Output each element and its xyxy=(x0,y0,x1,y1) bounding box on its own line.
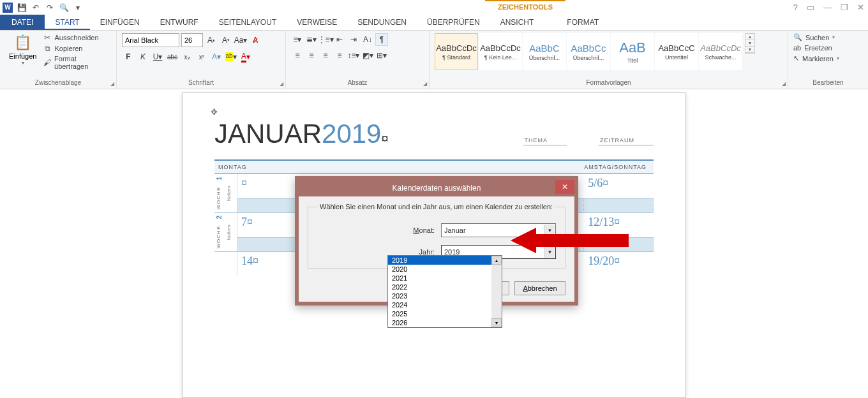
align-left-icon[interactable]: ≡ xyxy=(291,49,304,62)
paste-button[interactable]: 📋 Einfügen ▾ xyxy=(5,33,40,67)
select-button[interactable]: ↖Markieren▾ xyxy=(793,54,863,63)
svg-marker-0 xyxy=(511,228,629,253)
dialog-close-button[interactable]: ✕ xyxy=(555,180,574,194)
print-preview-icon[interactable]: 🔍 xyxy=(59,3,69,13)
font-size-select[interactable] xyxy=(181,33,203,47)
style-item[interactable]: AaBbCcCUntertitel xyxy=(655,33,698,70)
year-option[interactable]: 2025 xyxy=(388,309,502,318)
numbering-icon[interactable]: ≣▾ xyxy=(305,33,318,46)
tab-layout[interactable]: SEITENLAYOUT xyxy=(209,15,287,30)
ribbon: 📋 Einfügen ▾ ✂Ausschneiden ⧉Kopieren 🖌Fo… xyxy=(0,31,868,89)
qat-customize-icon[interactable]: ▾ xyxy=(73,3,83,13)
sort-icon[interactable]: A↓ xyxy=(361,33,374,46)
scroll-up-icon[interactable]: ▴ xyxy=(491,256,502,265)
clipboard-icon: 📋 xyxy=(14,34,31,51)
tab-file[interactable]: DATEI xyxy=(0,15,45,30)
find-button[interactable]: 🔍Suchen▾ xyxy=(793,33,863,41)
redo-icon[interactable]: ↷ xyxy=(45,3,55,13)
font-color-icon[interactable]: A▾ xyxy=(239,50,252,63)
style-item[interactable]: AaBbCcDc¶ Kein Lee... xyxy=(479,33,522,70)
style-item[interactable]: AaBTitel xyxy=(611,33,654,70)
style-item[interactable]: AaBbCcÜberschrif... xyxy=(567,33,610,70)
shrink-font-icon[interactable]: A▾ xyxy=(220,34,232,47)
justify-icon[interactable]: ≡ xyxy=(333,49,346,62)
tab-insert[interactable]: EINFÜGEN xyxy=(90,15,150,30)
chevron-down-icon: ▾ xyxy=(22,60,24,66)
ribbon-options-icon[interactable]: ▭ xyxy=(807,3,814,12)
clear-formatting-icon[interactable]: A̷ xyxy=(249,34,262,47)
tab-view[interactable]: ANSICHT xyxy=(490,15,544,30)
align-right-icon[interactable]: ≡ xyxy=(319,49,332,62)
ribbon-tabs: DATEI START EINFÜGEN ENTWURF SEITENLAYOU… xyxy=(0,15,868,31)
subscript-button[interactable]: x₂ xyxy=(181,50,193,63)
grow-font-icon[interactable]: A▴ xyxy=(205,34,218,47)
bullets-icon[interactable]: ≡▾ xyxy=(291,33,304,46)
year-option[interactable]: 2026 xyxy=(388,318,502,327)
copy-icon: ⧉ xyxy=(43,44,52,53)
calendar-title[interactable]: JANUAR2019¤ xyxy=(214,119,389,149)
text-effects-icon[interactable]: A▾ xyxy=(210,50,223,63)
shading-icon[interactable]: ◩▾ xyxy=(361,49,374,62)
dialog-title-bar[interactable]: Kalenderdaten auswählen ✕ xyxy=(299,180,574,196)
copy-button[interactable]: ⧉Kopieren xyxy=(43,44,111,53)
style-item[interactable]: AaBbCÜberschrif... xyxy=(523,33,566,70)
replace-icon: ab xyxy=(793,44,801,52)
thema-field[interactable]: THEMA xyxy=(523,136,567,145)
year-option[interactable]: 2021 xyxy=(388,274,502,283)
increase-indent-icon[interactable]: ⇥ xyxy=(347,33,360,46)
strike-button[interactable]: abc xyxy=(166,50,179,63)
tab-design[interactable]: ENTWURF xyxy=(150,15,209,30)
underline-button[interactable]: U▾ xyxy=(151,50,164,63)
change-case-icon[interactable]: Aa▾ xyxy=(234,34,247,47)
tab-review[interactable]: ÜBERPRÜFEN xyxy=(417,15,490,30)
year-option[interactable]: 2023 xyxy=(388,291,502,300)
tab-start[interactable]: START xyxy=(45,15,89,30)
tab-format[interactable]: FORMAT xyxy=(557,15,609,30)
year-option[interactable]: 2024 xyxy=(388,300,502,309)
line-spacing-icon[interactable]: ↕≡▾ xyxy=(347,49,360,62)
clipboard-dialog-launcher[interactable]: ◢ xyxy=(110,81,114,87)
scissors-icon: ✂ xyxy=(43,33,52,42)
styles-more-button[interactable]: ▴▾▾ xyxy=(745,33,755,54)
show-hide-icon[interactable]: ¶ xyxy=(375,33,388,46)
cancel-button[interactable]: Abbrechen xyxy=(514,281,565,295)
format-painter-button[interactable]: 🖌Format übertragen xyxy=(43,55,111,70)
replace-button[interactable]: abErsetzen xyxy=(793,44,863,52)
italic-button[interactable]: K xyxy=(137,50,149,63)
contextual-tab-label: ZEICHENTOOLS xyxy=(485,0,565,15)
title-bar: W 💾 ↶ ↷ 🔍 ▾ ZEICHENTOOLS ? ▭ — ❐ ✕ xyxy=(0,0,868,15)
save-icon[interactable]: 💾 xyxy=(17,3,27,13)
year-dropdown-list[interactable]: ▴▾ 20192020202120222023202420252026 xyxy=(387,255,502,328)
style-item[interactable]: AaBbCcDcSchwache... xyxy=(699,33,742,70)
tab-mailings[interactable]: SENDUNGEN xyxy=(347,15,417,30)
superscript-button[interactable]: x² xyxy=(195,50,208,63)
year-option[interactable]: 2019 xyxy=(388,256,502,265)
paragraph-dialog-launcher[interactable]: ◢ xyxy=(423,81,427,87)
maximize-icon[interactable]: ❐ xyxy=(841,3,848,12)
multilevel-icon[interactable]: ⋮≡▾ xyxy=(319,33,332,46)
cut-button[interactable]: ✂Ausschneiden xyxy=(43,33,111,42)
highlight-icon[interactable]: ab▾ xyxy=(225,50,237,63)
year-option[interactable]: 2020 xyxy=(388,265,502,274)
borders-icon[interactable]: ⊞▾ xyxy=(375,49,388,62)
day-header-row: MONTAG AMSTAG/SONNTAG xyxy=(214,159,654,174)
bold-button[interactable]: F xyxy=(122,50,135,63)
help-icon[interactable]: ? xyxy=(793,3,798,12)
close-icon[interactable]: ✕ xyxy=(857,3,864,12)
decrease-indent-icon[interactable]: ⇤ xyxy=(333,33,346,46)
year-option[interactable]: 2022 xyxy=(388,283,502,291)
undo-icon[interactable]: ↶ xyxy=(31,3,41,13)
style-item[interactable]: AaBbCcDc¶ Standard xyxy=(435,33,478,70)
styles-gallery[interactable]: AaBbCcDc¶ StandardAaBbCcDc¶ Kein Lee...A… xyxy=(435,33,742,70)
font-name-select[interactable] xyxy=(122,33,179,47)
month-label: Monat: xyxy=(413,226,435,234)
table-anchor-icon[interactable]: ✥ xyxy=(211,107,218,117)
align-center-icon[interactable]: ≡ xyxy=(305,49,318,62)
font-dialog-launcher[interactable]: ◢ xyxy=(280,81,283,87)
search-icon: 🔍 xyxy=(793,33,802,41)
styles-dialog-launcher[interactable]: ◢ xyxy=(782,81,786,87)
minimize-icon[interactable]: — xyxy=(823,3,832,12)
zeitraum-field[interactable]: ZEITRAUM xyxy=(599,136,654,145)
scroll-down-icon[interactable]: ▾ xyxy=(491,318,502,327)
tab-references[interactable]: VERWEISE xyxy=(287,15,347,30)
